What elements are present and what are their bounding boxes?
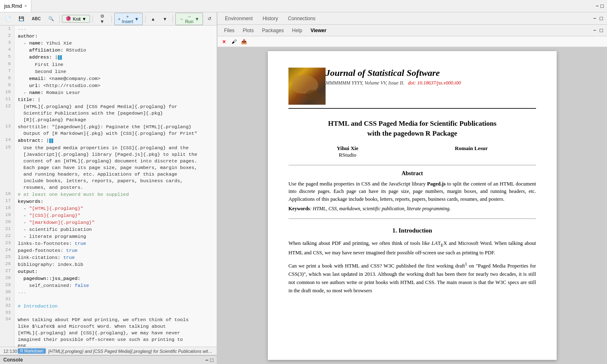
journal-header: Journal of Statistical Software MMMMMM Y… xyxy=(288,68,536,109)
sep3 xyxy=(111,15,112,23)
tab-history[interactable]: History xyxy=(257,14,283,23)
sep5 xyxy=(172,15,173,23)
run-label: → Run xyxy=(185,14,194,24)
knit-btn[interactable]: 🧶 Knit ▼ xyxy=(62,15,90,23)
code-line-32: 32 # Introduction xyxy=(0,303,217,310)
code-line-7: 7 Second line xyxy=(0,68,217,75)
authors-row: Yihui Xie RStudio Romain Lesur xyxy=(288,145,536,158)
insert-btn[interactable]: + + Insert ▼ xyxy=(114,13,143,25)
right-minimize-icon[interactable]: − xyxy=(592,15,598,21)
keywords-line: Keywords: HTML, CSS, markdown, scientifi… xyxy=(288,206,536,212)
code-line-18: 18 - "[HTML]{.proglang}" xyxy=(0,205,217,212)
paper-content: Journal of Statistical Software MMMMMM Y… xyxy=(268,51,557,360)
tab-environment[interactable]: Environment xyxy=(220,14,257,23)
tab-packages[interactable]: Packages xyxy=(258,26,288,35)
author-1-name: Yihui Xie xyxy=(337,145,359,152)
right-panel: Environment History Connections − □ File… xyxy=(217,12,607,364)
author-1-affil: RStudio xyxy=(337,152,359,158)
status-bar: 12:130 R Markdown [HTML]{.proglang} and … xyxy=(0,347,217,355)
viewer-toolbar: × 🖌 📤 xyxy=(217,36,607,47)
console-label: Console xyxy=(3,357,23,363)
knit-label: Knit xyxy=(73,16,80,21)
journal-meta: MMMMMM YYYY, Volume VV, Issue II. doi: 1… xyxy=(326,80,536,86)
new-file-btn[interactable]: 📄 xyxy=(2,15,14,23)
code-line-31: 31 xyxy=(0,296,217,303)
article-title: HTML and CSS Paged Media for Scientific … xyxy=(288,119,536,139)
divider-2 xyxy=(288,218,536,219)
code-line-17: 17 keywords: xyxy=(0,198,217,205)
settings-btn[interactable]: ⚙ ▼ xyxy=(95,12,109,25)
run-arrow-icon: → xyxy=(179,16,184,21)
code-line-30: 30 --- xyxy=(0,289,217,296)
search-btn[interactable]: 🔍 xyxy=(45,15,57,23)
divider-1 xyxy=(288,165,536,165)
save-btn[interactable]: 💾 xyxy=(16,15,27,23)
code-line-13: 13 shorttitle: "[pagedown]{.pkg}: Pagina… xyxy=(0,123,217,137)
journal-logo xyxy=(288,68,326,105)
code-line-1: 1 --- xyxy=(0,26,217,33)
author-1: Yihui Xie RStudio xyxy=(337,145,359,158)
code-line-2: 2 author: xyxy=(0,33,217,40)
sep1 xyxy=(59,15,60,23)
spellcheck-btn[interactable]: ABC xyxy=(29,15,44,22)
journal-meta-text: MMMMMM YYYY, Volume VV, Issue II. xyxy=(326,80,404,86)
journal-doi: doi: 10.18637/jss.v000.i00 xyxy=(408,80,461,86)
journal-name: Journal of Statistical Software xyxy=(326,68,536,78)
code-line-33: 33 xyxy=(0,310,217,316)
tab-files[interactable]: Files xyxy=(220,26,239,35)
export-btn[interactable]: 📤 xyxy=(240,38,248,46)
viewer-right-maximize-icon[interactable]: □ xyxy=(598,27,605,33)
tab-connections[interactable]: Connections xyxy=(283,14,321,23)
code-editor[interactable]: 1 --- 2 author: 3 - name: Yihui Xie 4 af… xyxy=(0,26,217,347)
right-maximize-icon[interactable]: □ xyxy=(598,15,605,21)
export-icon: 📤 xyxy=(241,39,247,45)
console-minimize-icon[interactable]: − xyxy=(205,357,209,363)
code-line-23: 23 links-to-footnotes: true xyxy=(0,240,217,247)
code-line-12: 12 [HTML]{.proglang} and [CSS Paged Medi… xyxy=(0,103,217,123)
minimize-icon[interactable]: − xyxy=(596,3,599,9)
insert-dropdown-icon: ▼ xyxy=(135,16,139,21)
knit-icon: 🧶 xyxy=(66,16,71,21)
brush-btn[interactable]: 🖌 xyxy=(230,38,238,46)
console-maximize-icon[interactable]: □ xyxy=(210,357,213,363)
section-1-para-1: When talking about PDF and printing, we … xyxy=(288,239,536,257)
code-line-29: 29 self_contained: false xyxy=(0,282,217,289)
code-line-6: 6 First line xyxy=(0,61,217,68)
code-line-25: 25 link-citations: true xyxy=(0,254,217,261)
maximize-icon[interactable]: □ xyxy=(600,3,604,9)
file-type-badge: R Markdown xyxy=(18,348,46,354)
console-bar: Console − □ xyxy=(0,355,217,364)
tab-viewer[interactable]: Viewer xyxy=(306,26,330,35)
tab-plots[interactable]: Plots xyxy=(239,26,258,35)
down-btn[interactable]: ▼ xyxy=(160,15,170,23)
insert-label: + Insert xyxy=(122,14,133,24)
editor-tab-jss[interactable]: jss.Rmd × xyxy=(0,0,31,12)
code-line-28: 28 pagedown::jss_paged: xyxy=(0,275,217,282)
tab-help[interactable]: Help xyxy=(288,26,307,35)
run-dropdown-icon: ▼ xyxy=(195,16,199,21)
sep2 xyxy=(92,15,93,23)
code-line-14: 14 abstract: || xyxy=(0,137,217,144)
knit-dropdown-icon: ▼ xyxy=(82,16,86,21)
stop-btn[interactable]: × xyxy=(220,38,228,46)
cursor-position: 12:130 xyxy=(3,349,18,354)
author-2: Romain Lesur xyxy=(455,145,488,158)
run-btn[interactable]: → → Run ▼ xyxy=(175,13,203,25)
code-line-26: 26 bibliography: index.bib xyxy=(0,261,217,268)
stop-icon: × xyxy=(222,38,226,45)
editor-toolbar: 📄 💾 ABC 🔍 🧶 Knit ▼ ⚙ ▼ + + Insert ▼ ▲ ▼ xyxy=(0,12,217,26)
rerun-btn[interactable]: ↺ xyxy=(205,15,214,23)
viewer-right-minimize-icon[interactable]: − xyxy=(592,27,598,33)
code-line-34: 34 When talking about PDF and printing, … xyxy=(0,316,217,347)
right-top-tabs: Environment History Connections − □ xyxy=(217,12,607,25)
code-line-22: 22 - literate programming xyxy=(0,233,217,240)
viewer-area[interactable]: Journal of Statistical Software MMMMMM Y… xyxy=(217,47,607,364)
tab-label: jss.Rmd xyxy=(4,3,22,9)
journal-title-area: Journal of Statistical Software MMMMMM Y… xyxy=(326,68,536,105)
status-description: [HTML]{.proglang} and [CSS Paged Media]{… xyxy=(48,349,213,354)
tab-close-btn[interactable]: × xyxy=(24,4,27,8)
second-tabs: Files Plots Packages Help Viewer − □ xyxy=(217,25,607,36)
code-line-21: 21 - scientific publication xyxy=(0,226,217,233)
code-line-19: 19 - "[CSS]{.proglang}" xyxy=(0,212,217,219)
up-btn[interactable]: ▲ xyxy=(148,15,158,23)
